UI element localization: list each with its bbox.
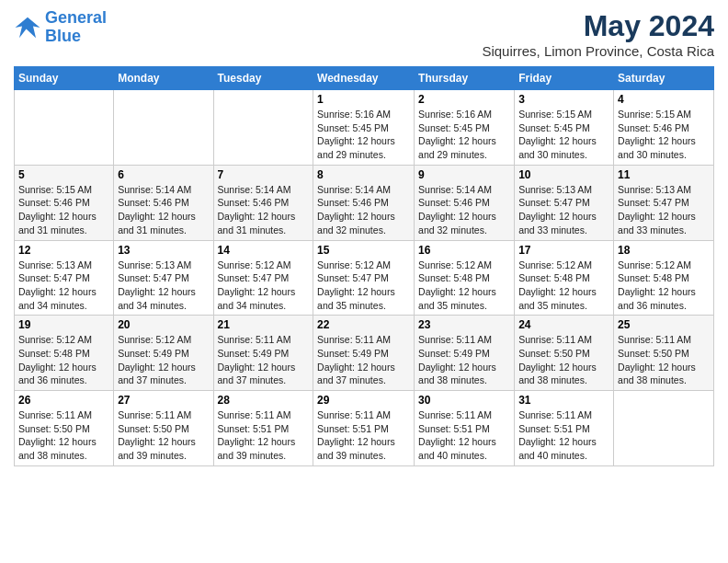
calendar-cell bbox=[213, 90, 313, 166]
calendar-week-5: 26Sunrise: 5:11 AM Sunset: 5:50 PM Dayli… bbox=[15, 391, 714, 466]
calendar-week-3: 12Sunrise: 5:13 AM Sunset: 5:47 PM Dayli… bbox=[15, 240, 714, 316]
calendar-cell: 22Sunrise: 5:11 AM Sunset: 5:49 PM Dayli… bbox=[313, 316, 415, 391]
title-block: May 2024 Siquirres, Limon Province, Cost… bbox=[482, 9, 714, 59]
calendar-cell: 28Sunrise: 5:11 AM Sunset: 5:51 PM Dayli… bbox=[213, 391, 313, 466]
calendar-body: 1Sunrise: 5:16 AM Sunset: 5:45 PM Daylig… bbox=[15, 90, 714, 466]
day-info: Sunrise: 5:11 AM Sunset: 5:51 PM Dayligh… bbox=[518, 408, 609, 463]
day-number: 28 bbox=[218, 394, 310, 407]
day-info: Sunrise: 5:15 AM Sunset: 5:46 PM Dayligh… bbox=[618, 108, 710, 162]
day-number: 10 bbox=[518, 168, 609, 181]
calendar-cell: 29Sunrise: 5:11 AM Sunset: 5:51 PM Dayli… bbox=[313, 391, 415, 466]
day-number: 7 bbox=[218, 168, 310, 181]
day-info: Sunrise: 5:12 AM Sunset: 5:48 PM Dayligh… bbox=[618, 259, 710, 313]
day-number: 1 bbox=[317, 93, 410, 106]
day-number: 20 bbox=[118, 318, 209, 331]
calendar-cell: 8Sunrise: 5:14 AM Sunset: 5:46 PM Daylig… bbox=[313, 165, 415, 240]
day-number: 29 bbox=[317, 394, 410, 407]
calendar-cell: 31Sunrise: 5:11 AM Sunset: 5:51 PM Dayli… bbox=[515, 391, 614, 466]
column-header-friday: Friday bbox=[515, 67, 614, 90]
day-number: 30 bbox=[418, 394, 510, 407]
column-header-saturday: Saturday bbox=[614, 67, 714, 90]
calendar-cell: 13Sunrise: 5:13 AM Sunset: 5:47 PM Dayli… bbox=[114, 240, 213, 316]
calendar-cell: 14Sunrise: 5:12 AM Sunset: 5:47 PM Dayli… bbox=[213, 240, 313, 316]
day-info: Sunrise: 5:11 AM Sunset: 5:51 PM Dayligh… bbox=[418, 408, 510, 463]
calendar-cell: 26Sunrise: 5:11 AM Sunset: 5:50 PM Dayli… bbox=[15, 391, 114, 466]
day-number: 6 bbox=[118, 168, 209, 181]
day-info: Sunrise: 5:15 AM Sunset: 5:46 PM Dayligh… bbox=[18, 183, 109, 237]
calendar-cell: 12Sunrise: 5:13 AM Sunset: 5:47 PM Dayli… bbox=[15, 240, 114, 316]
calendar-cell bbox=[15, 90, 114, 166]
day-number: 21 bbox=[218, 318, 310, 331]
day-number: 23 bbox=[418, 318, 510, 331]
column-header-wednesday: Wednesday bbox=[313, 67, 415, 90]
page-header: General Blue May 2024 Siquirres, Limon P… bbox=[14, 9, 714, 59]
day-number: 22 bbox=[317, 318, 410, 331]
day-info: Sunrise: 5:11 AM Sunset: 5:49 PM Dayligh… bbox=[218, 333, 310, 387]
day-number: 13 bbox=[118, 244, 209, 257]
day-info: Sunrise: 5:12 AM Sunset: 5:48 PM Dayligh… bbox=[18, 333, 109, 387]
calendar-cell: 27Sunrise: 5:11 AM Sunset: 5:50 PM Dayli… bbox=[114, 391, 213, 466]
day-info: Sunrise: 5:13 AM Sunset: 5:47 PM Dayligh… bbox=[518, 183, 609, 237]
day-number: 2 bbox=[418, 93, 510, 106]
column-header-monday: Monday bbox=[114, 67, 213, 90]
calendar-cell: 3Sunrise: 5:15 AM Sunset: 5:45 PM Daylig… bbox=[515, 90, 614, 166]
calendar-cell: 9Sunrise: 5:14 AM Sunset: 5:46 PM Daylig… bbox=[415, 165, 515, 240]
day-info: Sunrise: 5:11 AM Sunset: 5:50 PM Dayligh… bbox=[118, 408, 209, 463]
day-info: Sunrise: 5:16 AM Sunset: 5:45 PM Dayligh… bbox=[317, 108, 410, 162]
day-info: Sunrise: 5:11 AM Sunset: 5:49 PM Dayligh… bbox=[418, 333, 510, 387]
logo-text: General Blue bbox=[45, 9, 107, 46]
column-header-sunday: Sunday bbox=[15, 67, 114, 90]
column-header-tuesday: Tuesday bbox=[213, 67, 313, 90]
calendar-cell: 4Sunrise: 5:15 AM Sunset: 5:46 PM Daylig… bbox=[614, 90, 714, 166]
day-number: 17 bbox=[518, 244, 609, 257]
day-info: Sunrise: 5:12 AM Sunset: 5:48 PM Dayligh… bbox=[418, 259, 510, 313]
day-info: Sunrise: 5:11 AM Sunset: 5:51 PM Dayligh… bbox=[317, 408, 410, 463]
day-info: Sunrise: 5:12 AM Sunset: 5:49 PM Dayligh… bbox=[118, 333, 209, 387]
day-info: Sunrise: 5:13 AM Sunset: 5:47 PM Dayligh… bbox=[118, 259, 209, 313]
day-number: 19 bbox=[18, 318, 109, 331]
calendar-cell: 16Sunrise: 5:12 AM Sunset: 5:48 PM Dayli… bbox=[415, 240, 515, 316]
calendar-week-1: 1Sunrise: 5:16 AM Sunset: 5:45 PM Daylig… bbox=[15, 90, 714, 166]
day-info: Sunrise: 5:14 AM Sunset: 5:46 PM Dayligh… bbox=[317, 183, 410, 237]
day-info: Sunrise: 5:14 AM Sunset: 5:46 PM Dayligh… bbox=[118, 183, 209, 237]
day-number: 14 bbox=[218, 244, 310, 257]
day-info: Sunrise: 5:16 AM Sunset: 5:45 PM Dayligh… bbox=[418, 108, 510, 162]
day-info: Sunrise: 5:15 AM Sunset: 5:45 PM Dayligh… bbox=[518, 108, 609, 162]
svg-marker-0 bbox=[16, 17, 40, 39]
calendar-cell: 1Sunrise: 5:16 AM Sunset: 5:45 PM Daylig… bbox=[313, 90, 415, 166]
day-number: 16 bbox=[418, 244, 510, 257]
calendar-cell bbox=[614, 391, 714, 466]
day-info: Sunrise: 5:11 AM Sunset: 5:49 PM Dayligh… bbox=[317, 333, 410, 387]
day-info: Sunrise: 5:13 AM Sunset: 5:47 PM Dayligh… bbox=[18, 259, 109, 313]
day-info: Sunrise: 5:13 AM Sunset: 5:47 PM Dayligh… bbox=[618, 183, 710, 237]
calendar-cell: 21Sunrise: 5:11 AM Sunset: 5:49 PM Dayli… bbox=[213, 316, 313, 391]
day-info: Sunrise: 5:14 AM Sunset: 5:46 PM Dayligh… bbox=[418, 183, 510, 237]
month-year-title: May 2024 bbox=[482, 9, 714, 43]
day-number: 4 bbox=[618, 93, 710, 106]
day-number: 9 bbox=[418, 168, 510, 181]
calendar-cell: 18Sunrise: 5:12 AM Sunset: 5:48 PM Dayli… bbox=[614, 240, 714, 316]
day-info: Sunrise: 5:11 AM Sunset: 5:51 PM Dayligh… bbox=[218, 408, 310, 463]
day-number: 15 bbox=[317, 244, 410, 257]
day-number: 26 bbox=[18, 394, 109, 407]
calendar-table: SundayMondayTuesdayWednesdayThursdayFrid… bbox=[14, 66, 714, 466]
day-info: Sunrise: 5:12 AM Sunset: 5:48 PM Dayligh… bbox=[518, 259, 609, 313]
day-number: 12 bbox=[18, 244, 109, 257]
calendar-cell: 11Sunrise: 5:13 AM Sunset: 5:47 PM Dayli… bbox=[614, 165, 714, 240]
day-number: 31 bbox=[518, 394, 609, 407]
day-number: 18 bbox=[618, 244, 710, 257]
calendar-cell: 25Sunrise: 5:11 AM Sunset: 5:50 PM Dayli… bbox=[614, 316, 714, 391]
day-number: 11 bbox=[618, 168, 710, 181]
logo: General Blue bbox=[14, 9, 107, 46]
day-number: 24 bbox=[518, 318, 609, 331]
location-subtitle: Siquirres, Limon Province, Costa Rica bbox=[482, 43, 714, 59]
calendar-cell: 20Sunrise: 5:12 AM Sunset: 5:49 PM Dayli… bbox=[114, 316, 213, 391]
calendar-cell: 2Sunrise: 5:16 AM Sunset: 5:45 PM Daylig… bbox=[415, 90, 515, 166]
day-number: 27 bbox=[118, 394, 209, 407]
calendar-week-4: 19Sunrise: 5:12 AM Sunset: 5:48 PM Dayli… bbox=[15, 316, 714, 391]
calendar-cell: 23Sunrise: 5:11 AM Sunset: 5:49 PM Dayli… bbox=[415, 316, 515, 391]
day-info: Sunrise: 5:11 AM Sunset: 5:50 PM Dayligh… bbox=[18, 408, 109, 463]
calendar-cell: 24Sunrise: 5:11 AM Sunset: 5:50 PM Dayli… bbox=[515, 316, 614, 391]
column-header-thursday: Thursday bbox=[415, 67, 515, 90]
calendar-cell: 6Sunrise: 5:14 AM Sunset: 5:46 PM Daylig… bbox=[114, 165, 213, 240]
